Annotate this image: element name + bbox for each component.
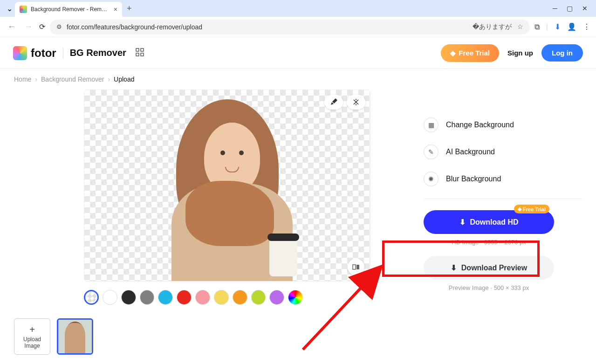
fotor-logo[interactable] xyxy=(13,46,27,60)
site-settings-icon[interactable]: ⚙ xyxy=(56,23,62,30)
url-text: fotor.com/features/background-remover/up… xyxy=(67,23,202,31)
change-background-option[interactable]: ▦ Change Background xyxy=(424,117,582,132)
blur-background-option[interactable]: ✺ Blur Background xyxy=(424,172,582,186)
magic-tool-button[interactable] xyxy=(347,95,365,110)
browser-tab[interactable]: Background Remover - Remove × xyxy=(15,2,122,17)
color-swatch-red[interactable] xyxy=(177,290,192,305)
breadcrumb-current: Upload xyxy=(114,76,134,83)
brush-tool-button[interactable] xyxy=(324,95,343,110)
blur-icon: ✺ xyxy=(424,172,438,186)
download-icon: ⬇ xyxy=(459,218,466,227)
menu-icon[interactable]: ⋮ xyxy=(583,22,590,31)
login-button[interactable]: Log in xyxy=(541,44,583,62)
product-name: BG Remover xyxy=(70,48,126,58)
thumbnail-strip: + Upload Image xyxy=(14,318,93,355)
free-trial-button[interactable]: ◆ Free Trial xyxy=(441,44,499,62)
divider xyxy=(424,199,582,199)
diamond-icon: ◆ xyxy=(450,49,456,57)
reload-button[interactable]: ⟳ xyxy=(39,22,45,31)
bookmark-icon[interactable]: ☆ xyxy=(517,23,523,31)
svg-rect-4 xyxy=(353,265,356,269)
color-swatch-white[interactable] xyxy=(103,290,117,305)
downloads-icon[interactable]: ⬇ xyxy=(555,22,561,31)
chevron-right-icon: › xyxy=(35,76,37,83)
tab-search-dropdown[interactable]: ⌄ xyxy=(4,3,15,14)
minimize-icon[interactable]: ─ xyxy=(553,5,557,12)
back-button[interactable]: ← xyxy=(6,20,18,34)
download-icon: ⬇ xyxy=(451,263,457,272)
address-bar[interactable]: ⚙ fotor.com/features/background-remover/… xyxy=(50,20,530,34)
image-canvas[interactable] xyxy=(84,89,370,282)
svg-rect-0 xyxy=(136,48,139,51)
canvas-area xyxy=(14,89,303,305)
breadcrumb-bgremover[interactable]: Background Remover xyxy=(41,76,104,83)
svg-rect-3 xyxy=(141,53,144,56)
extensions-icon[interactable]: ⧉ xyxy=(534,23,540,31)
close-tab-icon[interactable]: × xyxy=(114,6,117,13)
color-swatch-black[interactable] xyxy=(121,290,136,305)
free-trial-badge: ◆Free Trial xyxy=(514,205,549,213)
color-swatch-yellow[interactable] xyxy=(214,290,229,305)
color-swatch-purple[interactable] xyxy=(269,290,284,305)
close-window-icon[interactable]: ✕ xyxy=(582,5,588,12)
browser-toolbar: ← → ⟳ ⚙ fotor.com/features/background-re… xyxy=(0,17,596,37)
window-controls: ─ ▢ ✕ xyxy=(553,5,592,12)
color-swatch-transparent[interactable] xyxy=(84,290,99,305)
color-swatch-cyan[interactable] xyxy=(158,290,173,305)
breadcrumb-home[interactable]: Home xyxy=(14,76,31,83)
download-hd-button[interactable]: ◆Free Trial ⬇ Download HD xyxy=(424,210,554,234)
svg-rect-5 xyxy=(356,265,359,269)
app-header: fotor BG Remover ◆ Free Trial Sign up Lo… xyxy=(0,37,596,69)
brand-name: fotor xyxy=(31,47,56,60)
background-color-picker xyxy=(84,290,303,305)
breadcrumb: Home › Background Remover › Upload xyxy=(0,69,596,89)
upload-image-button[interactable]: + Upload Image xyxy=(14,318,50,355)
hd-info-text: HD Image · 3555 × 2370 px xyxy=(424,239,554,246)
color-swatch-rainbow[interactable] xyxy=(288,290,303,305)
color-swatch-lime[interactable] xyxy=(251,290,266,305)
color-swatch-orange[interactable] xyxy=(233,290,247,305)
maximize-icon[interactable]: ▢ xyxy=(567,5,573,12)
profile-icon[interactable]: 👤 xyxy=(567,22,576,31)
svg-rect-2 xyxy=(136,53,139,56)
download-preview-button[interactable]: ⬇ Download Preview xyxy=(424,256,554,280)
sidebar: ▦ Change Background ✎ AI Background ✺ Bl… xyxy=(424,89,582,305)
install-app-icon[interactable]: �ありますが xyxy=(473,23,512,31)
image-thumbnail[interactable] xyxy=(57,318,93,355)
compare-button[interactable] xyxy=(348,259,364,275)
tab-favicon xyxy=(20,6,27,13)
svg-rect-1 xyxy=(141,48,144,51)
browser-tab-strip: ⌄ Background Remover - Remove × + ─ ▢ ✕ xyxy=(0,0,596,17)
subject-cutout xyxy=(134,90,321,282)
ai-icon: ✎ xyxy=(424,144,438,159)
chevron-right-icon: › xyxy=(108,76,110,83)
ai-background-option[interactable]: ✎ AI Background xyxy=(424,144,582,159)
divider xyxy=(63,48,63,59)
forward-button[interactable]: → xyxy=(22,20,34,34)
new-tab-button[interactable]: + xyxy=(127,4,132,14)
apps-grid-icon[interactable] xyxy=(136,48,144,58)
image-icon: ▦ xyxy=(424,117,438,132)
plus-icon: + xyxy=(29,324,35,335)
tab-title: Background Remover - Remove xyxy=(31,6,110,13)
color-swatch-gray[interactable] xyxy=(140,290,155,305)
signup-link[interactable]: Sign up xyxy=(507,49,533,57)
color-swatch-pink[interactable] xyxy=(195,290,210,305)
preview-info-text: Preview Image · 500 × 333 px xyxy=(424,284,554,291)
